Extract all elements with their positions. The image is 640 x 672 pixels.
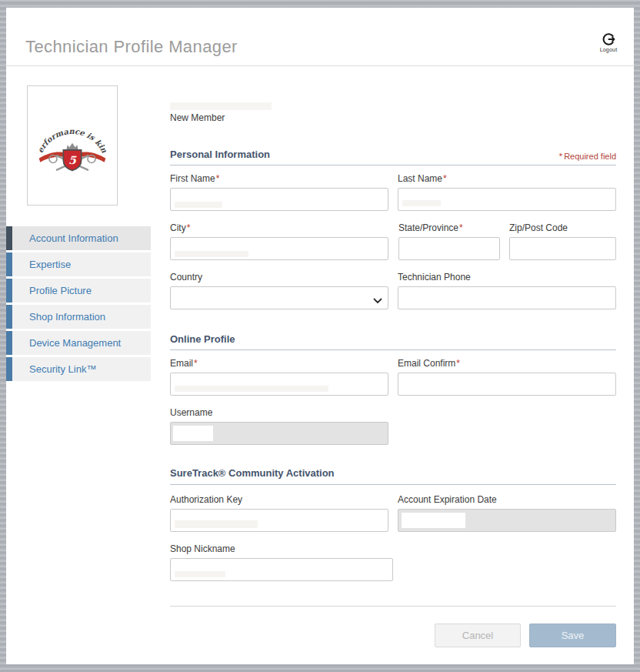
- city-label: City: [170, 222, 186, 233]
- field-authorization-key: Authorization Key: [170, 494, 388, 532]
- sidebar-item-account-information[interactable]: Account Information: [6, 226, 151, 250]
- sidebar-item-label: Profile Picture: [29, 285, 92, 296]
- email-input[interactable]: [170, 373, 388, 396]
- field-account-expiration-date: Account Expiration Date: [398, 494, 616, 532]
- email-confirm-label: Email Confirm: [398, 358, 455, 369]
- member-status: New Member: [170, 112, 225, 123]
- profile-picture: performance is king 5: [27, 85, 118, 206]
- sidebar-item-label: Shop Information: [29, 311, 105, 323]
- state-province-label: State/Province: [398, 222, 458, 233]
- sidebar-item-shop-information[interactable]: Shop Information: [6, 305, 151, 329]
- sidebar-item-security-link[interactable]: Security Link™: [6, 357, 151, 381]
- first-name-input[interactable]: [170, 188, 388, 211]
- section-title-personal: Personal Information: [170, 149, 270, 160]
- username-input: [170, 422, 388, 445]
- required-note-text: Required field: [564, 152, 616, 161]
- required-asterisk: *: [216, 173, 220, 184]
- username-label: Username: [170, 407, 212, 418]
- sidebar-item-label: Account Information: [29, 232, 118, 244]
- section-title-suretrack: SureTrack® Community Activation: [170, 467, 335, 479]
- city-input[interactable]: [170, 237, 388, 260]
- field-shop-nickname: Shop Nickname: [170, 543, 393, 581]
- footer-divider: [170, 606, 616, 607]
- svg-text:5: 5: [68, 154, 77, 166]
- required-asterisk: *: [559, 152, 562, 161]
- field-first-name: First Name*: [170, 173, 388, 211]
- sidebar-item-label: Expertise: [29, 259, 71, 270]
- sidebar-nav: Account Information Expertise Profile Pi…: [6, 226, 151, 383]
- sidebar-item-label: Security Link™: [29, 363, 96, 375]
- zip-post-code-input[interactable]: [509, 237, 616, 260]
- save-button[interactable]: Save: [529, 624, 616, 647]
- technician-phone-label: Technician Phone: [398, 272, 471, 283]
- section-rule: [170, 484, 616, 485]
- required-field-note: *Required field: [559, 152, 616, 161]
- email-label: Email: [170, 358, 193, 369]
- shop-nickname-input[interactable]: [170, 558, 393, 581]
- shop-nickname-label: Shop Nickname: [170, 543, 235, 554]
- sidebar-item-label: Device Management: [29, 337, 121, 349]
- field-country: Country: [170, 272, 388, 309]
- performance-is-king-logo: performance is king 5: [34, 113, 111, 178]
- account-expiration-date-input: [398, 509, 616, 532]
- required-asterisk: *: [443, 173, 447, 184]
- country-select[interactable]: [170, 286, 388, 309]
- field-email: Email*: [170, 358, 388, 396]
- field-technician-phone: Technician Phone: [398, 272, 616, 309]
- zip-post-code-label: Zip/Post Code: [509, 222, 568, 233]
- field-state-province: State/Province*: [398, 222, 500, 260]
- sidebar-item-device-management[interactable]: Device Management: [6, 331, 151, 355]
- sidebar-item-profile-picture[interactable]: Profile Picture: [6, 279, 151, 303]
- section-rule: [170, 349, 616, 350]
- sidebar-item-expertise[interactable]: Expertise: [6, 252, 151, 276]
- field-email-confirm: Email Confirm*: [398, 358, 616, 396]
- main-window: Technician Profile Manager Logout perfor…: [6, 8, 634, 664]
- cancel-button[interactable]: Cancel: [435, 624, 521, 647]
- authorization-key-input[interactable]: [170, 509, 388, 532]
- email-confirm-input[interactable]: [398, 373, 616, 396]
- field-username: Username: [170, 407, 388, 445]
- required-asterisk: *: [194, 358, 198, 369]
- authorization-key-label: Authorization Key: [170, 494, 242, 505]
- first-name-label: First Name: [170, 173, 215, 184]
- section-title-online-profile: Online Profile: [170, 333, 235, 345]
- field-last-name: Last Name*: [398, 173, 616, 211]
- required-asterisk: *: [459, 222, 463, 233]
- required-asterisk: *: [456, 358, 460, 369]
- field-zip-post-code: Zip/Post Code: [509, 222, 616, 260]
- account-expiration-date-label: Account Expiration Date: [398, 494, 497, 505]
- form-content: New Member Personal Information *Require…: [170, 8, 616, 664]
- technician-phone-input[interactable]: [398, 286, 616, 309]
- last-name-label: Last Name: [398, 173, 442, 184]
- section-rule: [170, 165, 616, 165]
- redacted-member-name: [170, 102, 272, 110]
- country-label: Country: [170, 272, 202, 283]
- last-name-input[interactable]: [398, 188, 616, 211]
- state-province-input[interactable]: [398, 237, 500, 260]
- required-asterisk: *: [187, 222, 191, 233]
- field-city: City*: [170, 222, 388, 260]
